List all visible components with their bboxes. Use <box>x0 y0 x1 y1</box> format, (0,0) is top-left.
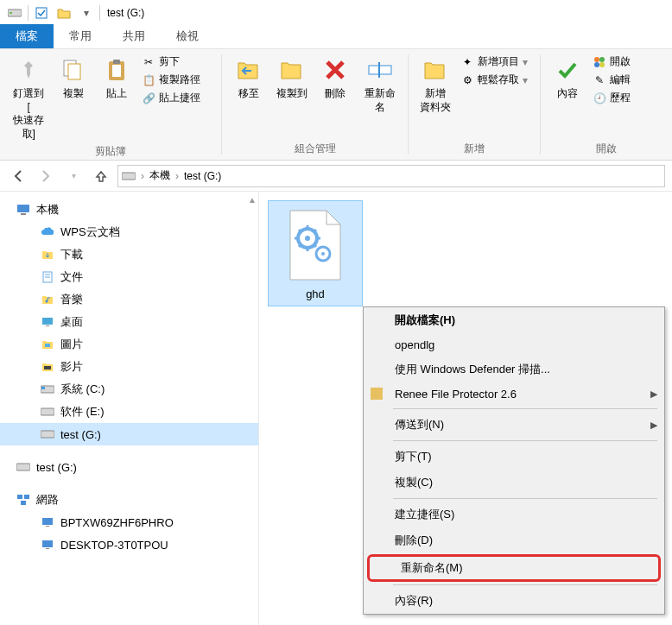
forward-button[interactable] <box>35 165 57 187</box>
open-button[interactable]: 開啟 <box>589 53 667 71</box>
ctx-opendlg[interactable]: opendlg <box>364 333 664 357</box>
pin-button[interactable]: 釘選到 [ 快速存取] <box>5 53 52 144</box>
ribbon-group-open: 內容 開啟 ✎編輯 🕘歷程 開啟 <box>541 49 672 160</box>
tree-pictures[interactable]: 圖片 <box>0 333 258 356</box>
videos-icon <box>40 359 55 375</box>
drive-c-icon <box>40 382 55 397</box>
group-label-new: 新增 <box>414 142 535 158</box>
rename-icon <box>366 56 394 84</box>
ctx-shortcut[interactable]: 建立捷徑(S) <box>364 502 664 527</box>
tree-desktop[interactable]: 桌面 <box>0 311 258 333</box>
move-icon <box>235 56 263 84</box>
paste-button[interactable]: 貼上 <box>95 53 138 104</box>
tree-sys-c[interactable]: 系統 (C:) <box>0 378 258 401</box>
tree-test-g-root[interactable]: test (G:) <box>0 456 258 478</box>
copy-path-icon: 📋 <box>142 73 155 87</box>
scroll-up-icon[interactable]: ▲ <box>248 195 257 205</box>
paste-shortcut-button[interactable]: 🔗貼上捷徑 <box>138 89 216 107</box>
svg-rect-4 <box>68 64 80 79</box>
delete-button[interactable]: 刪除 <box>314 53 357 104</box>
file-item-ghd[interactable]: ghd <box>268 200 363 306</box>
ctx-sendto[interactable]: 傳送到(N)▶ <box>364 412 664 438</box>
crumb-drive[interactable]: test (G:) <box>181 170 225 182</box>
tree-videos[interactable]: 影片 <box>0 356 258 378</box>
svg-rect-30 <box>17 495 22 499</box>
ctx-defender[interactable]: 使用 Windows Defender 掃描... <box>364 357 664 382</box>
svg-rect-49 <box>371 388 383 400</box>
rename-button[interactable]: 重新命名 <box>357 53 403 117</box>
svg-rect-31 <box>24 495 29 499</box>
svg-rect-21 <box>42 318 53 325</box>
qat-check-icon[interactable] <box>34 5 49 21</box>
tab-share[interactable]: 共用 <box>107 24 161 48</box>
up-button[interactable] <box>90 165 112 187</box>
tree-this-pc[interactable]: 本機 <box>0 199 258 221</box>
svg-line-43 <box>299 230 301 232</box>
tree-soft-e[interactable]: 软件 (E:) <box>0 401 258 423</box>
tab-view[interactable]: 檢視 <box>161 24 214 48</box>
crumb-sep-icon[interactable]: › <box>139 170 146 182</box>
ribbon-group-new: 新增 資料夾 ✦新增項目▾ ⚙輕鬆存取▾ 新增 <box>409 49 540 160</box>
new-folder-button[interactable]: 新增 資料夾 <box>414 53 457 117</box>
new-item-button[interactable]: ✦新增項目▾ <box>457 53 535 71</box>
pc-icon <box>16 202 31 218</box>
documents-icon <box>40 269 55 285</box>
ctx-renee[interactable]: Renee File Protector 2.6 ▶ <box>364 382 664 406</box>
submenu-arrow-icon: ▶ <box>650 388 657 400</box>
qat-dropdown-icon[interactable]: ▾ <box>79 5 94 21</box>
back-button[interactable] <box>7 165 29 187</box>
edit-button[interactable]: ✎編輯 <box>589 71 667 89</box>
copy-path-button[interactable]: 📋複製路徑 <box>138 71 216 89</box>
tab-home[interactable]: 常用 <box>54 24 107 48</box>
easy-access-button[interactable]: ⚙輕鬆存取▾ <box>457 71 535 89</box>
crumb-sep-icon[interactable]: › <box>174 170 181 182</box>
ctx-open[interactable]: 開啟檔案(H) <box>364 307 664 333</box>
svg-rect-28 <box>41 431 54 438</box>
svg-point-12 <box>594 62 599 67</box>
tree-wps[interactable]: WPS云文档 <box>0 221 258 243</box>
svg-point-11 <box>599 57 605 62</box>
move-to-button[interactable]: 移至 <box>227 53 270 104</box>
cut-button[interactable]: ✂剪下 <box>138 53 216 71</box>
svg-point-48 <box>321 252 325 256</box>
ctx-rename-highlighted: 重新命名(M) <box>367 554 661 582</box>
breadcrumb[interactable]: › 本機 › test (G:) <box>117 165 665 187</box>
tree-test-g[interactable]: test (G:) <box>0 423 258 445</box>
navigation-pane[interactable]: ▲ 本機 WPS云文档 下載 文件 音樂 桌面 圖片 影片 系統 (C:) 软件… <box>0 192 259 625</box>
folder-qat-icon[interactable] <box>56 5 72 21</box>
tree-computer-1[interactable]: BPTXW69ZHF6PHRO <box>0 511 258 533</box>
crumb-pc[interactable]: 本機 <box>146 168 174 183</box>
ctx-rename[interactable]: 重新命名(M) <box>370 557 658 579</box>
tree-music[interactable]: 音樂 <box>0 288 258 311</box>
downloads-icon <box>40 247 55 262</box>
svg-rect-27 <box>41 408 54 415</box>
ctx-cut[interactable]: 剪下(T) <box>364 444 664 470</box>
tab-file[interactable]: 檔案 <box>0 24 54 48</box>
new-item-icon: ✦ <box>460 55 474 69</box>
copy-button[interactable]: 複製 <box>52 53 95 104</box>
recent-button[interactable]: ▾ <box>62 165 85 187</box>
ctx-copy[interactable]: 複製(C) <box>364 470 664 496</box>
svg-rect-36 <box>46 548 49 549</box>
ribbon-tabs: 檔案 常用 共用 檢視 <box>0 26 672 48</box>
tree-computer-2[interactable]: DESKTOP-3T0TPOU <box>0 533 258 556</box>
ctx-properties[interactable]: 內容(R) <box>364 588 664 614</box>
group-label-clipboard: 剪貼簿 <box>5 144 216 161</box>
tree-documents[interactable]: 文件 <box>0 266 258 288</box>
scissors-icon: ✂ <box>142 55 155 69</box>
history-button[interactable]: 🕘歷程 <box>589 89 667 107</box>
tree-downloads[interactable]: 下載 <box>0 243 258 266</box>
properties-button[interactable]: 內容 <box>546 53 589 104</box>
copy-to-button[interactable]: 複製到 <box>270 53 314 104</box>
new-folder-icon <box>422 56 449 84</box>
ctx-delete[interactable]: 刪除(D) <box>364 527 664 553</box>
svg-rect-35 <box>42 540 53 547</box>
svg-rect-32 <box>21 501 26 505</box>
delete-x-icon <box>321 56 349 84</box>
copy-to-icon <box>278 56 306 84</box>
file-label: ghd <box>306 287 325 300</box>
computer-icon <box>40 537 55 552</box>
tree-network[interactable]: 網路 <box>0 489 258 511</box>
cloud-icon <box>40 224 55 240</box>
drive-g2-icon <box>16 459 31 475</box>
